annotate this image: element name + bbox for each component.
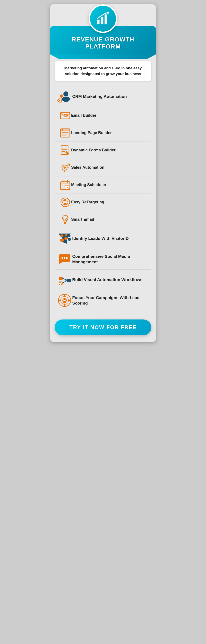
svg-rect-0 xyxy=(97,20,99,24)
meeting-icon xyxy=(59,180,71,190)
svg-point-51 xyxy=(64,199,66,201)
svg-rect-68 xyxy=(67,279,71,282)
svg-point-62 xyxy=(68,238,71,241)
feature-meeting-label: Meeting Scheduler xyxy=(71,182,106,188)
feature-retargeting: Easy ReTargeting xyxy=(55,194,151,211)
feature-leads: Identify Leads With VisitorID xyxy=(55,228,151,249)
forms-icon xyxy=(59,145,71,156)
feature-crm-label: CRM Marketing Automation xyxy=(72,94,127,100)
feature-sales: Sales Automation xyxy=(55,159,151,176)
feature-workflows: Build Visual Automation Workflows xyxy=(55,270,151,290)
scoring-icon xyxy=(57,293,72,308)
svg-point-63 xyxy=(62,257,63,259)
svg-point-5 xyxy=(62,96,70,102)
svg-line-71 xyxy=(63,278,66,280)
feature-social-label: Comprehensive Social Media Management xyxy=(72,254,149,264)
svg-point-64 xyxy=(64,257,65,259)
svg-point-8 xyxy=(59,100,60,101)
svg-point-52 xyxy=(64,203,67,206)
svg-line-72 xyxy=(63,281,66,283)
svg-line-37 xyxy=(62,165,62,166)
svg-line-40 xyxy=(62,170,62,170)
feature-sales-label: Sales Automation xyxy=(71,165,104,170)
cta-button[interactable]: TRY IT NOW FOR FREE xyxy=(55,320,151,335)
svg-line-14 xyxy=(61,102,62,102)
feature-retargeting-label: Easy ReTargeting xyxy=(71,200,104,205)
svg-rect-55 xyxy=(64,218,67,220)
feature-forms-label: Dynamic Forms Builder xyxy=(71,148,116,153)
svg-line-13 xyxy=(58,99,58,99)
feature-scoring: Focus Your Campaigns With Lead Scoring xyxy=(55,290,151,311)
feature-social: Comprehensive Social Media Management xyxy=(55,249,151,270)
feature-email-label: Email Builder xyxy=(71,113,96,118)
svg-point-6 xyxy=(60,94,63,98)
feature-meeting: Meeting Scheduler xyxy=(55,176,151,194)
svg-point-57 xyxy=(60,234,64,238)
feature-smart-email-label: Smart Email xyxy=(71,217,94,222)
email-icon xyxy=(59,110,71,121)
sales-icon xyxy=(59,162,71,173)
svg-rect-24 xyxy=(62,129,63,130)
svg-point-78 xyxy=(64,298,66,300)
social-icon xyxy=(57,252,72,266)
svg-line-39 xyxy=(67,165,67,166)
svg-point-79 xyxy=(63,301,66,304)
header-title: REVENUE GROWTH PLATFORM xyxy=(55,36,151,50)
revenue-growth-icon xyxy=(89,4,117,33)
workflows-icon xyxy=(57,273,72,287)
feature-forms: Dynamic Forms Builder xyxy=(55,142,151,159)
leads-icon xyxy=(57,232,72,246)
svg-point-61 xyxy=(68,235,71,237)
svg-point-4 xyxy=(64,92,68,96)
landing-icon xyxy=(59,128,71,138)
svg-line-16 xyxy=(58,102,58,102)
subtitle-box: Marketing automation and CRM in one easy… xyxy=(55,61,151,81)
svg-point-32 xyxy=(64,166,66,169)
cta-wrapper: TRY IT NOW FOR FREE xyxy=(50,315,156,342)
svg-point-65 xyxy=(66,257,68,259)
svg-rect-66 xyxy=(59,277,63,280)
svg-point-60 xyxy=(64,237,68,240)
feature-landing: Landing Page Builder xyxy=(55,124,151,142)
feature-crm: CRM Marketing Automation xyxy=(55,86,151,107)
svg-line-38 xyxy=(67,170,67,170)
smart-email-icon xyxy=(59,214,71,225)
feature-workflows-label: Build Visual Automation Workflows xyxy=(72,277,142,282)
feature-landing-label: Landing Page Builder xyxy=(71,130,112,136)
svg-point-58 xyxy=(60,239,64,242)
feature-email: Email Builder xyxy=(55,107,151,124)
feature-smart-email: Smart Email xyxy=(55,211,151,228)
svg-point-70 xyxy=(60,283,61,284)
svg-rect-17 xyxy=(61,112,70,119)
feature-leads-label: Identify Leads With VisitorID xyxy=(72,236,129,241)
features-list: CRM Marketing Automation Email Builder xyxy=(50,84,156,315)
svg-line-15 xyxy=(61,99,62,99)
subtitle-text: Marketing automation and CRM in one easy… xyxy=(61,66,145,76)
svg-point-59 xyxy=(65,234,67,236)
retargeting-icon xyxy=(59,197,71,208)
svg-rect-2 xyxy=(105,14,107,24)
feature-scoring-label: Focus Your Campaigns With Lead Scoring xyxy=(72,295,149,306)
main-card: REVENUE GROWTH PLATFORM Marketing automa… xyxy=(50,4,156,342)
svg-rect-1 xyxy=(101,17,103,24)
top-icon-wrapper xyxy=(50,4,156,33)
crm-icon xyxy=(57,90,72,104)
